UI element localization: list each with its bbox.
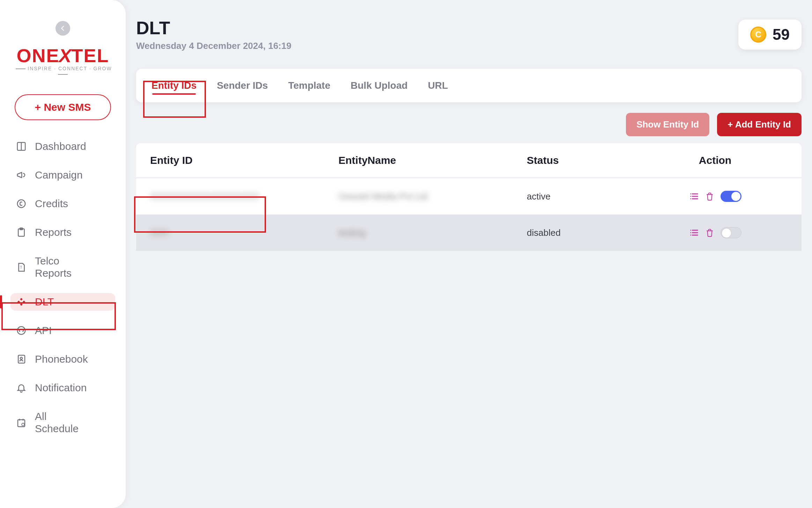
svg-text:T: T [20, 265, 22, 269]
th-entity-name: EntityName [339, 154, 527, 166]
sidebar-item-campaign[interactable]: Campaign [10, 166, 115, 184]
tab-entity-ids[interactable]: Entity IDs [150, 70, 198, 101]
cell-action [643, 227, 788, 238]
list-icon[interactable] [689, 228, 699, 238]
table-actions: Show Entity Id + Add Entity Id [136, 113, 802, 136]
sidebar-item-notification[interactable]: Notification [10, 379, 115, 397]
th-status: Status [527, 154, 643, 166]
sidebar-item-label: Reports [35, 226, 72, 238]
new-sms-button[interactable]: + New SMS [15, 94, 111, 120]
sidebar-item-telco-reports[interactable]: T TelcoReports [10, 252, 115, 282]
chevron-left-icon [60, 25, 66, 31]
sidebar-item-all-schedule[interactable]: AllSchedule [10, 408, 115, 437]
add-entity-id-button[interactable]: + Add Entity Id [717, 113, 802, 136]
list-icon[interactable] [689, 191, 699, 201]
calendar-icon [15, 417, 27, 429]
table-row: XXXXXXXXXXXXXXXXXX Onextel Media Pvt Ltd… [136, 178, 802, 215]
sidebar-nav: Dashboard Campaign Credits Reports T Tel… [10, 138, 115, 437]
table-header: Entity ID EntityName Status Action [136, 143, 802, 178]
logo: ONEXTEL INSPIRE · CONNECT · GROW [10, 46, 115, 77]
page-header: DLT Wednesday 4 December 2024, 16:19 C 5… [136, 17, 802, 51]
sidebar-item-label: Campaign [35, 169, 83, 181]
sidebar-item-reports[interactable]: Reports [10, 224, 115, 241]
bell-icon [15, 382, 27, 394]
coin-icon: C [750, 27, 766, 43]
sidebar: ONEXTEL INSPIRE · CONNECT · GROW + New S… [0, 0, 126, 508]
entity-table: Entity ID EntityName Status Action XXXXX… [136, 143, 802, 251]
sidebar-item-api[interactable]: API [10, 322, 115, 339]
cell-entity-id: XXX [150, 227, 339, 238]
th-action: Action [643, 154, 788, 166]
sidebar-item-label: TelcoReports [35, 255, 72, 279]
tab-sender-ids[interactable]: Sender IDs [215, 70, 269, 101]
cell-status: active [527, 191, 643, 202]
cell-action [643, 191, 788, 202]
tab-bulk-upload[interactable]: Bulk Upload [349, 70, 409, 101]
page-title: DLT [136, 17, 291, 38]
sidebar-item-label: DLT [35, 296, 54, 308]
dlt-icon [15, 296, 27, 308]
phonebook-icon [15, 353, 27, 365]
th-entity-id: Entity ID [150, 154, 339, 166]
show-entity-id-button[interactable]: Show Entity Id [626, 113, 709, 136]
cell-entity-id: XXXXXXXXXXXXXXXXXX [150, 191, 339, 202]
logo-tagline: INSPIRE · CONNECT · GROW [28, 66, 112, 71]
sidebar-item-label: Phonebook [35, 353, 88, 365]
tab-url[interactable]: URL [427, 70, 450, 101]
svg-point-7 [20, 357, 22, 359]
sidebar-item-dlt[interactable]: DLT [10, 293, 115, 311]
sidebar-item-label: API [35, 325, 52, 336]
trash-icon[interactable] [705, 192, 714, 201]
sidebar-item-label: Dashboard [35, 140, 86, 152]
credits-icon [15, 198, 27, 210]
enable-toggle[interactable] [721, 227, 741, 238]
credits-value: 59 [773, 26, 790, 43]
credits-chip[interactable]: C 59 [738, 20, 802, 50]
dashboard-icon [15, 140, 27, 152]
sidebar-item-label: Notification [35, 382, 87, 394]
collapse-sidebar-button[interactable] [56, 21, 70, 36]
cell-status: disabled [527, 227, 643, 238]
clipboard-icon [15, 226, 27, 238]
tabs-bar: Entity IDs Sender IDs Template Bulk Uplo… [136, 69, 802, 102]
tab-template[interactable]: Template [287, 70, 332, 101]
sidebar-item-label: Credits [35, 198, 68, 210]
sidebar-item-phonebook[interactable]: Phonebook [10, 350, 115, 368]
sidebar-item-label: AllSchedule [35, 411, 79, 435]
sidebar-item-credits[interactable]: Credits [10, 195, 115, 212]
trash-icon[interactable] [705, 228, 714, 237]
main-content: DLT Wednesday 4 December 2024, 16:19 C 5… [126, 0, 812, 508]
megaphone-icon [15, 169, 27, 181]
svg-point-5 [17, 327, 25, 335]
sidebar-item-dashboard[interactable]: Dashboard [10, 138, 115, 155]
cell-entity-name: Onextel Media Pvt Ltd [339, 191, 527, 202]
table-row: XXX testing disabled [136, 215, 802, 251]
cell-entity-name: testing [339, 227, 527, 238]
file-icon: T [15, 261, 27, 273]
api-icon [15, 325, 27, 336]
enable-toggle[interactable] [721, 191, 741, 202]
page-subtitle: Wednesday 4 December 2024, 16:19 [136, 41, 291, 51]
svg-point-9 [22, 423, 24, 426]
svg-point-1 [17, 200, 25, 208]
